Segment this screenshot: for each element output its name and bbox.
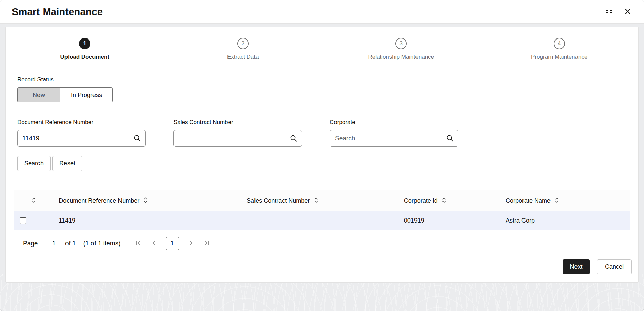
sales-contract-label: Sales Contract Number (173, 119, 302, 126)
first-page-icon (135, 240, 142, 248)
last-page-icon (203, 240, 210, 248)
next-page-icon (188, 240, 194, 248)
doc-ref-input[interactable] (18, 130, 145, 146)
corporate-filter: Corporate (330, 119, 458, 147)
close-icon (624, 8, 632, 16)
corporate-input-wrap (330, 130, 458, 147)
search-button[interactable]: Search (17, 156, 51, 171)
page-label: Page (23, 240, 38, 247)
doc-ref-filter: Document Reference Number (17, 119, 146, 147)
header-sales-contract[interactable]: Sales Contract Number (242, 190, 399, 211)
sales-contract-filter: Sales Contract Number (173, 119, 302, 147)
results-table-area: Document Reference Number Sales Con (6, 185, 638, 250)
sort-icon[interactable] (32, 197, 36, 205)
step-circle-3: 3 (395, 38, 407, 49)
row-doc-ref-cell: 11419 (54, 211, 242, 230)
window-controls (605, 7, 632, 16)
next-page-button[interactable] (188, 240, 194, 248)
header-corporate-name-label: Corporate Name (506, 197, 551, 204)
header-corporate-name[interactable]: Corporate Name (501, 190, 630, 211)
table-header-row: Document Reference Number Sales Con (14, 190, 630, 211)
current-page-button[interactable]: 1 (166, 237, 179, 250)
row-corporate-id-cell: 001919 (399, 211, 501, 230)
restore-window-button[interactable] (605, 7, 613, 16)
step-circle-2: 2 (237, 38, 249, 49)
step-relationship-maintenance[interactable]: 3 Relationship Maintenance (322, 38, 480, 60)
results-table: Document Reference Number Sales Con (14, 190, 630, 230)
first-page-button[interactable] (135, 240, 142, 248)
step-program-maintenance[interactable]: 4 Program Maintenance (480, 38, 639, 60)
current-page-value: 1 (52, 240, 56, 247)
previous-page-button[interactable] (151, 240, 157, 248)
items-summary: (1 of 1 items) (83, 240, 121, 247)
corporate-label: Corporate (330, 119, 458, 126)
step-circle-1: 1 (79, 38, 90, 49)
sort-icon[interactable] (555, 197, 559, 205)
corporate-search-icon[interactable] (446, 134, 454, 144)
wizard-stepper: 1 Upload Document 2 Extract Data 3 Relat… (6, 27, 638, 70)
record-status-new-button[interactable]: New (17, 87, 60, 102)
filters-section: Document Reference Number Sales Contract… (6, 112, 638, 185)
doc-ref-input-wrap (17, 130, 146, 147)
main-panel: 1 Upload Document 2 Extract Data 3 Relat… (5, 27, 639, 283)
corporate-search-input[interactable] (330, 130, 458, 146)
sort-icon[interactable] (442, 197, 446, 205)
stepper-line (94, 54, 164, 54)
sales-contract-search-icon[interactable] (290, 134, 298, 144)
row-checkbox[interactable] (20, 217, 26, 224)
row-corporate-name-cell: Astra Corp (501, 211, 630, 230)
smart-maintenance-window: Smart Maintenance (0, 0, 644, 311)
filter-row: Document Reference Number Sales Contract… (17, 119, 627, 147)
step-label-2: Extract Data (227, 54, 259, 60)
stepper-line (164, 54, 234, 54)
next-button[interactable]: Next (563, 259, 590, 274)
close-window-button[interactable] (623, 7, 632, 16)
step-circle-4: 4 (554, 38, 565, 49)
doc-ref-label: Document Reference Number (17, 119, 146, 126)
footer-actions: Next Cancel (6, 250, 638, 282)
sort-icon[interactable] (314, 197, 318, 205)
stepper-line (480, 54, 550, 54)
header-corporate-id[interactable]: Corporate Id (399, 190, 501, 211)
restore-icon (605, 7, 613, 17)
header-doc-ref[interactable]: Document Reference Number (54, 190, 242, 211)
page-of-label: of 1 (65, 240, 76, 247)
table-row[interactable]: 11419 001919 Astra Corp (14, 211, 630, 230)
stepper-line (252, 54, 322, 54)
stepper-line (410, 54, 480, 54)
cancel-button[interactable]: Cancel (597, 259, 632, 274)
sort-icon[interactable] (143, 197, 148, 205)
step-extract-data[interactable]: 2 Extract Data (164, 38, 322, 60)
sales-contract-input[interactable] (174, 130, 302, 146)
sales-contract-input-wrap (173, 130, 302, 147)
pagination-controls: 1 (135, 237, 210, 250)
record-status-toggle: New In Progress (17, 87, 113, 102)
header-corporate-id-label: Corporate Id (404, 197, 438, 204)
header-sales-contract-label: Sales Contract Number (247, 197, 310, 204)
doc-ref-search-icon[interactable] (133, 134, 141, 144)
row-sales-contract-cell (242, 211, 399, 230)
header-doc-ref-label: Document Reference Number (59, 197, 139, 204)
titlebar: Smart Maintenance (0, 0, 644, 24)
record-status-label: Record Status (17, 76, 627, 83)
pagination-bar: Page 1 of 1 (1 of 1 items) (23, 237, 630, 250)
step-label-4: Program Maintenance (531, 54, 587, 60)
stepper-line (322, 54, 392, 54)
filter-actions: Search Reset (17, 156, 627, 185)
record-status-in-progress-button[interactable]: In Progress (60, 87, 113, 102)
header-select-column (14, 190, 54, 211)
step-label-3: Relationship Maintenance (368, 54, 434, 60)
window-title: Smart Maintenance (12, 6, 103, 18)
reset-button[interactable]: Reset (52, 156, 82, 171)
step-label-1: Upload Document (60, 54, 109, 60)
record-status-section: Record Status New In Progress (6, 70, 638, 112)
row-select-cell (14, 211, 54, 230)
previous-page-icon (151, 240, 157, 248)
last-page-button[interactable] (203, 240, 210, 248)
step-upload-document[interactable]: 1 Upload Document (6, 38, 164, 60)
